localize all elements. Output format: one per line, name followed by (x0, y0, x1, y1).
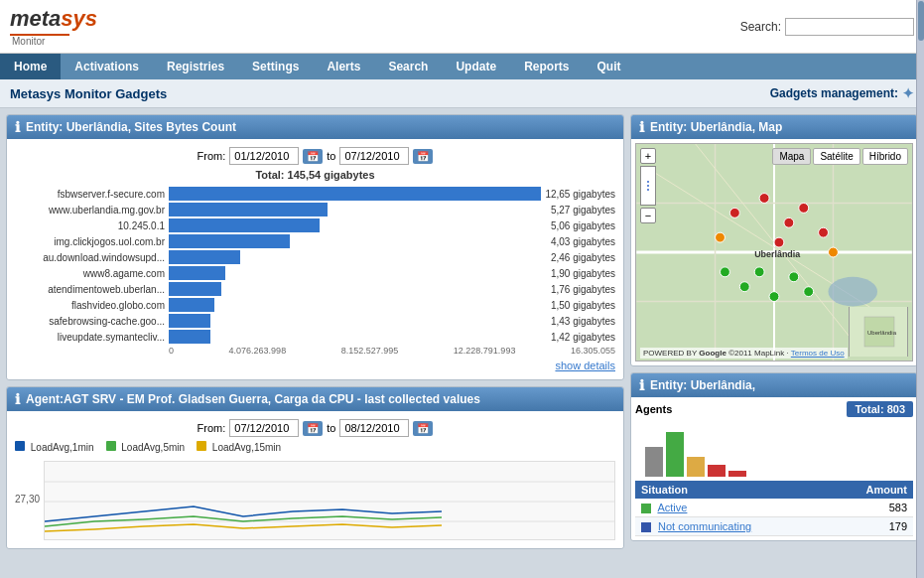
map-tab-hibrido[interactable]: Híbrido (862, 148, 908, 165)
nav-update[interactable]: Update (442, 54, 510, 79)
axis-label: 0 (169, 346, 174, 356)
bar-label: atendimentoweb.uberlan... (15, 284, 169, 295)
mini-bar-fill-5 (728, 471, 746, 477)
mini-map-svg: Uberlândia (850, 307, 907, 357)
bar-value: 1,50 gigabytes (551, 300, 615, 311)
map-credits: POWERED BY Google ©2011 MapLink · Termos… (640, 348, 848, 359)
terms-link[interactable]: Termos de Uso (791, 349, 845, 358)
svg-point-14 (729, 208, 739, 217)
bar-fill (169, 203, 328, 217)
search-input[interactable] (785, 18, 914, 36)
agent-chart-wrapper: 27,30 (15, 457, 615, 540)
bar-label: flashvideo.globo.com (15, 300, 169, 311)
bar-chart: fsbwserver.f-secure.com12,65 gigabytesww… (15, 187, 615, 344)
entity-table: Situation Amount Active 583 (635, 481, 913, 536)
bar-value: 12,65 gigabytes (545, 189, 615, 200)
legend-dot-15min (197, 441, 206, 451)
not-communicating-link[interactable]: Not communicating (658, 520, 751, 532)
zoom-in-button[interactable]: + (640, 148, 656, 164)
logo-subtitle: Monitor (10, 34, 69, 47)
situation-not-communicating: Not communicating (635, 517, 829, 536)
map-tabs: Mapa Satélite Híbrido (772, 148, 908, 165)
bar-row: au.download.windowsupd...2,46 gigabytes (15, 250, 615, 264)
gadgets-management: Gadgets management: ✦ (770, 85, 914, 101)
svg-point-21 (739, 282, 749, 292)
gear-icon[interactable]: ✦ (902, 85, 914, 101)
map-tab-mapa[interactable]: Mapa (772, 148, 811, 165)
from-calendar-button[interactable]: 📅 (303, 149, 323, 164)
legend-dot-5min (106, 441, 116, 451)
situation-col-header: Situation (635, 481, 829, 499)
mini-bar-fill-2 (666, 432, 684, 477)
map-inset: Uberlândia (849, 307, 908, 357)
agent-from-label: From: (198, 422, 226, 434)
main-content: ℹ Entity: Uberlândia, Sites Bytes Count … (0, 108, 924, 555)
mini-bar-3 (687, 457, 705, 477)
amount-not-comm: 179 (829, 517, 913, 536)
nav-quit[interactable]: Quit (583, 54, 634, 79)
bar-label: safebrowsing-cache.goo... (15, 316, 169, 327)
to-calendar-button[interactable]: 📅 (413, 149, 433, 164)
svg-point-16 (784, 217, 794, 227)
nav-bar: Home Activations Registries Settings Ale… (0, 54, 924, 79)
bar-container (169, 298, 547, 312)
svg-point-24 (789, 272, 799, 282)
legend-item-5min: LoadAvg,5min (106, 441, 186, 453)
bar-row: www.uberlandia.mg.gov.br5,27 gigabytes (15, 203, 615, 217)
active-link[interactable]: Active (657, 502, 687, 513)
entity-table-gadget: ℹ Entity: Uberlândia, Agents Total: 803 (630, 372, 918, 541)
nav-settings[interactable]: Settings (238, 54, 313, 79)
svg-point-20 (721, 267, 730, 277)
from-date-input[interactable] (229, 147, 299, 165)
entity-table-content: Agents Total: 803 (631, 397, 917, 540)
table-row: Not communicating 179 (635, 517, 913, 536)
agent-to-input[interactable] (339, 419, 409, 437)
scrollbar-thumb[interactable] (918, 1, 924, 41)
situation-active: Active (635, 499, 829, 517)
bar-value: 1,76 gigabytes (551, 284, 615, 295)
legend-item-1min: LoadAvg,1min (15, 441, 94, 453)
sites-bytes-count-gadget: ℹ Entity: Uberlândia, Sites Bytes Count … (6, 114, 624, 380)
show-details-link[interactable]: show details (15, 360, 615, 371)
bar-container (169, 266, 547, 280)
zoom-out-button[interactable]: − (640, 208, 656, 223)
agent-from-input[interactable] (229, 419, 299, 437)
nav-alerts[interactable]: Alerts (313, 54, 374, 79)
bar-row: 10.245.0.15,06 gigabytes (15, 218, 615, 232)
map-title: Entity: Uberlândia, Map (650, 120, 782, 134)
page-title-bar: Metasys Monitor Gadgets Gadgets manageme… (0, 79, 924, 108)
svg-point-19 (774, 237, 784, 247)
mini-bar-chart (635, 421, 913, 481)
scrollbar[interactable] (916, 0, 924, 555)
map-zoom-controls: + − (640, 148, 656, 223)
to-date-input[interactable] (339, 147, 409, 165)
mini-bar-5 (728, 471, 746, 477)
nav-reports[interactable]: Reports (510, 54, 583, 79)
nav-home[interactable]: Home (0, 54, 61, 79)
svg-text:Uberlândia: Uberlândia (867, 330, 897, 336)
bar-value: 2,46 gigabytes (551, 252, 615, 263)
bar-row: img.clickjogos.uol.com.br4,03 gigabytes (15, 234, 615, 248)
map-tab-satelite[interactable]: Satélite (813, 148, 859, 165)
svg-point-18 (819, 227, 829, 237)
axis-label: 4.076.263.998 (229, 346, 287, 356)
agent-cpu-content: From: 📅 to 📅 LoadAvg,1min LoadAvg,5min (7, 411, 623, 548)
y-label: 27,30 (15, 494, 40, 505)
left-column: ℹ Entity: Uberlândia, Sites Bytes Count … (6, 114, 624, 549)
agent-from-cal-btn[interactable]: 📅 (303, 421, 323, 436)
bar-fill (169, 314, 210, 328)
bar-container (169, 282, 547, 296)
agent-to-cal-btn[interactable]: 📅 (413, 421, 433, 436)
nav-registries[interactable]: Registries (153, 54, 238, 79)
map-gadget: ℹ Entity: Uberlândia, Map (630, 114, 918, 366)
total-label: Total: 145,54 gigabytes (15, 169, 615, 181)
agent-cpu-gadget: ℹ Agent:AGT SRV - EM Prof. Gladsen Guerr… (6, 386, 624, 549)
nav-activations[interactable]: Activations (61, 54, 153, 79)
svg-point-27 (716, 232, 726, 242)
nav-search[interactable]: Search (374, 54, 442, 79)
info-icon-4: ℹ (639, 377, 644, 393)
entity-table-title: Entity: Uberlândia, (650, 378, 755, 392)
bar-row: safebrowsing-cache.goo...1,43 gigabytes (15, 314, 615, 328)
agent-cpu-header: ℹ Agent:AGT SRV - EM Prof. Gladsen Guerr… (7, 387, 623, 411)
legend-dot-1min (15, 441, 25, 451)
